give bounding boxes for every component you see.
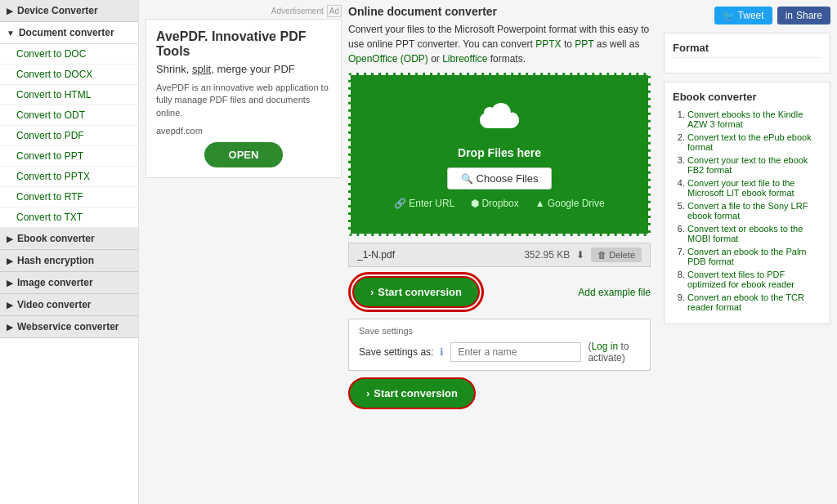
sidebar-item-rtf[interactable]: Convert to RTF [0,187,138,207]
save-settings-row: Save settings as: ℹ (Log in to activate) [359,341,640,364]
sidebar-section-hash[interactable]: Hash encryption [0,250,138,272]
ad-subtitle: Shrink, split, merge your PDF [156,63,331,75]
format-box: Format [664,33,830,74]
file-row: _1-N.pdf 352.95 KB ⬇ 🗑 Delete [348,243,651,267]
chevron-icon [7,279,13,288]
ebook-link-8[interactable]: Convert text files to PDF optimized for … [687,270,794,289]
sidebar-section-ebook[interactable]: Ebook converter [0,228,138,250]
sidebar-section-label: Video converter [17,299,91,310]
chevron-icon [7,301,13,310]
upload-icon [367,100,632,140]
tweet-label: Tweet [738,10,764,21]
twitter-icon: 🐦 [723,10,735,21]
ebook-link-7[interactable]: Convert an ebook to the Palm PDB format [687,247,807,266]
start-conversion-wrapper: › Start conversion [348,272,484,312]
right-panel: 🐦 Tweet in Share Format Ebook converte [657,0,837,414]
sidebar-section-video[interactable]: Video converter [0,294,138,316]
ebook-link-9[interactable]: Convert an ebook to the TCR reader forma… [687,292,804,312]
drop-zone[interactable]: Drop Files here 🔍 Choose Files 🔗 Enter U… [348,73,651,236]
sidebar-section-device-converter[interactable]: Device Converter [0,0,138,22]
converter-column: Online document converter Convert your f… [348,5,651,409]
google-drive-action[interactable]: ▲ Google Drive [535,198,605,209]
share-button[interactable]: in Share [777,7,830,25]
sidebar: Device Converter Document converter Conv… [0,0,139,504]
link-icon: 🔗 [394,198,406,209]
save-name-input[interactable] [450,342,581,362]
converter-title: Online document converter [348,5,651,18]
format-title: Format [673,42,821,58]
delete-button[interactable]: 🗑 Delete [591,248,642,262]
ebook-link-3[interactable]: Convert your text to the ebook FB2 forma… [687,155,808,175]
start-conversion-bottom-label: Start conversion [374,387,458,399]
ebook-title: Ebook converter [673,91,821,103]
ebook-link-4[interactable]: Convert your text file to the Microsoft … [687,178,794,198]
tweet-button[interactable]: 🐦 Tweet [714,7,772,25]
ebook-link-5[interactable]: Convert a file to the Sony LRF ebook for… [687,201,808,221]
sidebar-section-webservice[interactable]: Webservice converter [0,316,138,338]
google-drive-icon: ▲ [535,198,545,209]
ad-title: AvePDF. Innovative PDF Tools [156,29,331,59]
list-item: Convert text to the ePub ebook format [687,132,821,152]
list-item: Convert text files to PDF optimized for … [687,270,821,289]
pptx-link[interactable]: PPTX [535,38,561,50]
ebook-list: Convert ebooks to the Kindle AZW 3 forma… [673,109,821,312]
sidebar-item-docx[interactable]: Convert to DOCX [0,65,138,85]
sidebar-item-txt[interactable]: Convert to TXT [0,207,138,228]
ad-banner: AvePDF. Innovative PDF Tools Shrink, spl… [145,19,342,178]
ad-description: AvePDF is an innovative web application … [156,82,331,119]
sidebar-section-label: Image converter [17,277,93,288]
delete-label: Delete [609,250,635,260]
sidebar-item-odt[interactable]: Convert to ODT [0,105,138,126]
enter-url-label: Enter URL [409,198,454,209]
share-label: Share [796,10,822,21]
trash-icon: 🗑 [598,250,606,260]
list-item: Convert text or ebooks to the MOBI forma… [687,224,821,243]
google-drive-label: Google Drive [548,198,605,209]
odp-link[interactable]: OpenOffice (ODP) [348,53,428,65]
social-buttons: 🐦 Tweet in Share [664,7,830,25]
main-content: Advertisement Ad AvePDF. Innovative PDF … [139,0,837,504]
ad-open-button[interactable]: OPEN [204,142,284,167]
ebook-link-2[interactable]: Convert text to the ePub ebook format [687,132,812,152]
enter-url-action[interactable]: 🔗 Enter URL [394,198,454,209]
start-conversion-button[interactable]: › Start conversion [352,276,480,308]
sidebar-item-pptx[interactable]: Convert to PPTX [0,167,138,187]
libreoffice-link[interactable]: Libreoffice [442,53,487,65]
save-settings-title: Save settings [359,326,640,336]
choose-files-button[interactable]: 🔍 Choose Files [447,167,553,190]
choose-files-label: Choose Files [477,172,539,185]
chevron-icon [7,29,15,38]
sidebar-item-ppt[interactable]: Convert to PPT [0,146,138,167]
arrow-icon-bottom: › [366,387,369,399]
log-in-link[interactable]: Log in [591,341,618,352]
ppt-link[interactable]: PPT [575,38,593,50]
sidebar-item-html[interactable]: Convert to HTML [0,85,138,105]
sidebar-section-label: Hash encryption [17,255,94,266]
converter-header: Online document converter Convert your f… [348,5,651,73]
chevron-icon [7,7,13,16]
list-item: Convert your text file to the Microsoft … [687,178,821,198]
file-size: 352.95 KB [524,249,570,261]
info-icon[interactable]: ℹ [440,346,444,358]
ebook-link-1[interactable]: Convert ebooks to the Kindle AZW 3 forma… [687,109,803,129]
sidebar-item-pdf[interactable]: Convert to PDF [0,126,138,146]
chevron-icon [7,256,13,265]
add-example-file-link[interactable]: Add example file [578,287,651,298]
save-settings-section: Save settings Save settings as: ℹ (Log i… [348,319,651,371]
ad-column: Advertisement Ad AvePDF. Innovative PDF … [145,5,342,409]
converter-description: Convert your files to the Microsoft Powe… [348,22,651,66]
sidebar-section-image[interactable]: Image converter [0,272,138,294]
sidebar-item-doc[interactable]: Convert to DOC [0,44,138,65]
start-conversion-bottom-button[interactable]: › Start conversion [348,377,476,409]
download-icon: ⬇ [576,249,584,261]
sidebar-section-document-converter[interactable]: Document converter [0,22,138,44]
chevron-icon [7,234,13,243]
start-conversion-label: Start conversion [378,286,462,298]
list-item: Convert ebooks to the Kindle AZW 3 forma… [687,109,821,129]
dropbox-icon: ⬢ [471,198,479,209]
sidebar-section-label: Ebook converter [17,233,95,244]
list-item: Convert a file to the Sony LRF ebook for… [687,201,821,221]
dropbox-action[interactable]: ⬢ Dropbox [471,198,518,209]
search-icon: 🔍 [461,173,473,185]
ebook-link-6[interactable]: Convert text or ebooks to the MOBI forma… [687,224,803,243]
